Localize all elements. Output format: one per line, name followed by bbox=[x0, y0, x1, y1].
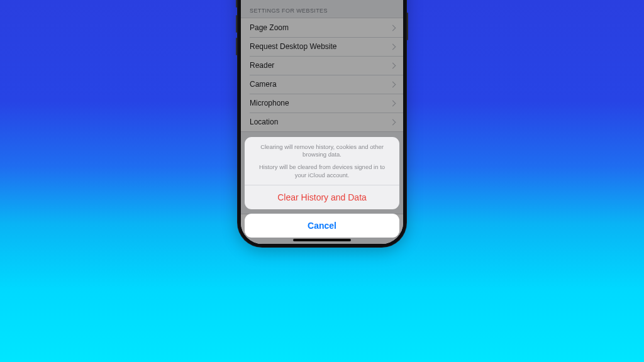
action-sheet: Clearing will remove history, cookies an… bbox=[245, 137, 399, 238]
action-sheet-card: Clearing will remove history, cookies an… bbox=[245, 137, 399, 209]
cancel-button[interactable]: Cancel bbox=[245, 214, 399, 238]
clear-history-and-data-button[interactable]: Clear History and Data bbox=[245, 185, 399, 209]
action-sheet-message: Clearing will remove history, cookies an… bbox=[245, 137, 399, 185]
action-sheet-message-line1: Clearing will remove history, cookies an… bbox=[256, 143, 388, 159]
iphone-device-frame: SETTINGS FOR WEBSITES Page Zoom Request … bbox=[237, 0, 407, 248]
action-sheet-message-line2: History will be cleared from devices sig… bbox=[256, 163, 388, 179]
home-indicator[interactable] bbox=[293, 239, 351, 241]
device-screen: SETTINGS FOR WEBSITES Page Zoom Request … bbox=[241, 0, 403, 244]
